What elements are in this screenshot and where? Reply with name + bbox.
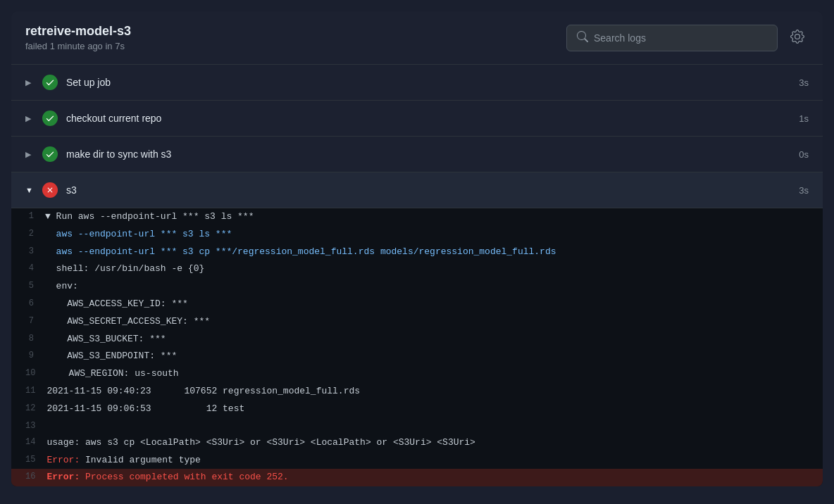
log-line-content: 2021-11-15 09:06:53 12 test <box>46 402 823 417</box>
job-title: retreive-model-s3 <box>25 24 131 39</box>
log-line-number: 12 <box>11 402 46 415</box>
log-line-content: ▼ Run aws --endpoint-url *** s3 ls *** <box>45 210 823 225</box>
log-line-number: 1 <box>11 210 45 223</box>
log-line-number: 7 <box>11 315 45 328</box>
log-line-content: AWS_ACCESS_KEY_ID: *** <box>45 297 823 312</box>
log-line: 15Error: Invalid argument type <box>11 452 823 470</box>
log-output: 1▼ Run aws --endpoint-url *** s3 ls ***2… <box>11 208 823 486</box>
step-time-checkout: 1s <box>799 113 809 124</box>
header-right <box>566 25 809 51</box>
log-line-number: 9 <box>11 349 45 363</box>
step-time-s3: 3s <box>799 185 809 196</box>
job-status: failed 1 minute ago in 7s <box>25 41 131 51</box>
log-line: 16Error: Process completed with exit cod… <box>11 469 823 486</box>
step-status-icon-success <box>42 111 58 126</box>
log-line-number: 16 <box>11 470 46 484</box>
search-input[interactable] <box>594 32 767 44</box>
log-line: 8 AWS_S3_BUCKET: *** <box>11 331 823 348</box>
log-line-number: 3 <box>11 245 45 258</box>
log-line-number: 13 <box>11 420 46 433</box>
step-row-setup-job[interactable]: ▶ Set up job 3s <box>11 65 823 101</box>
step-row-mkdir[interactable]: ▶ make dir to sync with s3 0s <box>11 137 823 172</box>
step-label-setup-job: Set up job <box>66 77 799 88</box>
header-left: retreive-model-s3 failed 1 minute ago in… <box>25 24 131 51</box>
log-line-content: env: <box>45 279 823 294</box>
step-status-icon-success <box>42 75 58 90</box>
chevron-right-icon: ▶ <box>25 78 35 87</box>
log-line: 10 AWS_REGION: us-south <box>11 365 823 383</box>
log-line-content: 2021-11-15 09:40:23 107652 regression_mo… <box>46 384 823 399</box>
search-icon <box>577 31 588 45</box>
log-line: 14usage: aws s3 cp <LocalPath> <S3Uri> o… <box>11 434 823 452</box>
log-line: 3 aws --endpoint-url *** s3 cp ***/regre… <box>11 244 823 261</box>
chevron-down-icon: ▼ <box>25 186 35 194</box>
steps-list: ▶ Set up job 3s ▶ checkout current repo … <box>11 65 823 486</box>
header: retreive-model-s3 failed 1 minute ago in… <box>11 11 823 65</box>
log-line: 5 env: <box>11 278 823 296</box>
step-label-mkdir: make dir to sync with s3 <box>66 149 799 160</box>
log-line-content: Error: Invalid argument type <box>46 453 823 468</box>
step-row-checkout[interactable]: ▶ checkout current repo 1s <box>11 101 823 137</box>
log-line: 7 AWS_SECRET_ACCESS_KEY: *** <box>11 313 823 331</box>
chevron-right-icon: ▶ <box>25 150 35 159</box>
step-label-checkout: checkout current repo <box>66 113 799 124</box>
step-time-mkdir: 0s <box>799 149 809 160</box>
log-line-content: AWS_SECRET_ACCESS_KEY: *** <box>45 315 823 329</box>
log-line: 1▼ Run aws --endpoint-url *** s3 ls *** <box>11 208 823 226</box>
log-line-number: 4 <box>11 262 45 275</box>
log-line: 6 AWS_ACCESS_KEY_ID: *** <box>11 296 823 313</box>
log-line: 9 AWS_S3_ENDPOINT: *** <box>11 348 823 365</box>
gear-icon <box>790 30 804 46</box>
log-line: 4 shell: /usr/bin/bash -e {0} <box>11 260 823 278</box>
log-line-content: shell: /usr/bin/bash -e {0} <box>45 262 823 277</box>
log-line-number: 11 <box>11 384 46 398</box>
log-line-number: 8 <box>11 332 45 346</box>
step-status-icon-failure <box>42 182 58 198</box>
step-label-s3: s3 <box>66 184 799 196</box>
log-line-content: Error: Process completed with exit code … <box>46 470 823 485</box>
log-line-number: 5 <box>11 279 45 293</box>
log-line-content: AWS_S3_BUCKET: *** <box>45 332 823 347</box>
settings-button[interactable] <box>786 25 809 50</box>
log-line: 2 aws --endpoint-url *** s3 ls *** <box>11 226 823 244</box>
log-line-content: aws --endpoint-url *** s3 cp ***/regress… <box>45 245 823 260</box>
log-line-number: 6 <box>11 297 45 310</box>
chevron-right-icon: ▶ <box>25 114 35 123</box>
step-status-icon-success <box>42 146 58 162</box>
log-line-number: 15 <box>11 453 46 467</box>
step-row-s3[interactable]: ▼ s3 3s <box>11 172 823 208</box>
log-line-content: aws --endpoint-url *** s3 ls *** <box>45 227 823 242</box>
log-line-number: 2 <box>11 227 45 241</box>
log-line: 122021-11-15 09:06:53 12 test <box>11 401 823 418</box>
log-line: 13 <box>11 418 823 434</box>
search-box <box>566 25 778 51</box>
log-line-number: 10 <box>11 367 46 380</box>
log-line: 112021-11-15 09:40:23 107652 regression_… <box>11 383 823 401</box>
log-line-content: AWS_S3_ENDPOINT: *** <box>45 349 823 364</box>
step-time-setup-job: 3s <box>799 77 809 88</box>
log-line-content: AWS_REGION: us-south <box>46 367 823 382</box>
log-line-content: usage: aws s3 cp <LocalPath> <S3Uri> or … <box>46 436 823 451</box>
log-line-number: 14 <box>11 436 46 449</box>
